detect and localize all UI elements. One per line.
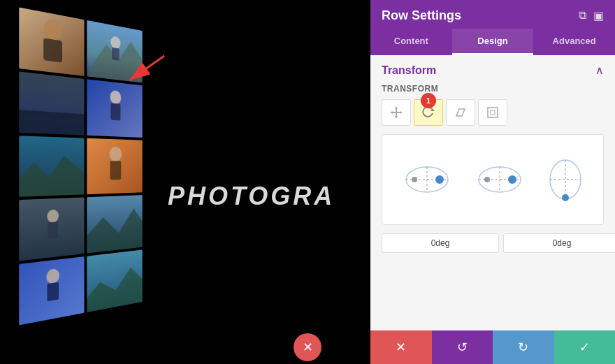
photo-cell-7 (19, 197, 84, 261)
section-title: Transform (382, 64, 436, 77)
photo-cell-3 (19, 71, 84, 135)
action-bar: ✕ ↺ ↻ ✓ (370, 330, 615, 364)
transform-move-btn[interactable] (382, 99, 411, 126)
degree-inputs-row: 2 (382, 233, 604, 253)
toggle-icon[interactable]: ▣ (593, 9, 604, 22)
svg-marker-29 (395, 106, 398, 109)
visual-controls (382, 134, 604, 225)
transform-scale-btn[interactable] (478, 99, 507, 126)
photo-cell-1 (19, 8, 84, 76)
svg-rect-19 (48, 221, 57, 238)
svg-marker-32 (400, 111, 403, 114)
rotation-y-visual[interactable] (472, 157, 528, 203)
svg-point-39 (435, 175, 444, 184)
svg-marker-30 (395, 116, 398, 119)
degree-y-input[interactable] (503, 233, 615, 253)
bottom-toolbar: ✕ (0, 330, 370, 364)
cancel-button[interactable]: ✕ (370, 330, 432, 364)
section-header: Transform ∧ (382, 64, 604, 77)
svg-point-44 (508, 175, 516, 184)
section-toggle-icon[interactable]: ∧ (595, 64, 604, 77)
svg-point-38 (412, 177, 417, 182)
svg-rect-35 (491, 110, 495, 115)
transform-icons: 1 (382, 99, 604, 126)
tab-bar: Content Design Advanced (370, 29, 615, 55)
tab-content[interactable]: Content (370, 29, 452, 55)
svg-rect-8 (19, 110, 84, 136)
degree-x-input[interactable] (382, 233, 499, 253)
transform-rotate-btn[interactable]: 1 (414, 99, 443, 126)
svg-rect-24 (47, 282, 59, 302)
photo-cell-9 (19, 256, 84, 325)
canvas-close-button[interactable]: ✕ (294, 333, 321, 361)
save-button[interactable]: ✓ (554, 330, 616, 364)
panel-header: Row Settings ⧉ ▣ (370, 0, 615, 29)
redo-button[interactable]: ↻ (493, 330, 554, 364)
tab-advanced[interactable]: Advanced (533, 29, 615, 55)
photo-cell-5 (19, 136, 84, 196)
transform-skew-btn[interactable] (446, 99, 475, 126)
copy-icon[interactable]: ⧉ (579, 9, 586, 22)
rotate-badge: 1 (421, 93, 436, 108)
svg-rect-16 (110, 161, 121, 180)
svg-rect-34 (488, 108, 498, 117)
rotation-z-visual[interactable] (544, 157, 586, 203)
transform-label: Transform (382, 84, 604, 94)
svg-rect-2 (43, 38, 62, 62)
panel-body: Transform ∧ Transform 1 (370, 55, 615, 330)
svg-marker-31 (390, 111, 393, 114)
arrow-indicator (115, 49, 171, 91)
photo-cell-6 (87, 138, 142, 194)
undo-button[interactable]: ↺ (432, 330, 493, 364)
tab-design[interactable]: Design (452, 29, 534, 55)
svg-point-49 (562, 194, 569, 201)
right-panel: Row Settings ⧉ ▣ Content Design Advanced… (370, 0, 615, 364)
photo-cell-10 (87, 249, 142, 312)
rotation-x-visual[interactable] (399, 157, 455, 203)
canvas-area: PHOTOGRA ✕ (0, 0, 370, 364)
canvas-text: PHOTOGRA (168, 182, 335, 211)
svg-rect-11 (110, 103, 120, 120)
panel-title: Row Settings (382, 8, 461, 23)
panel-header-icons: ⧉ ▣ (579, 9, 604, 22)
photo-cell-8 (87, 195, 142, 254)
svg-point-43 (484, 177, 490, 182)
svg-line-28 (129, 56, 164, 80)
